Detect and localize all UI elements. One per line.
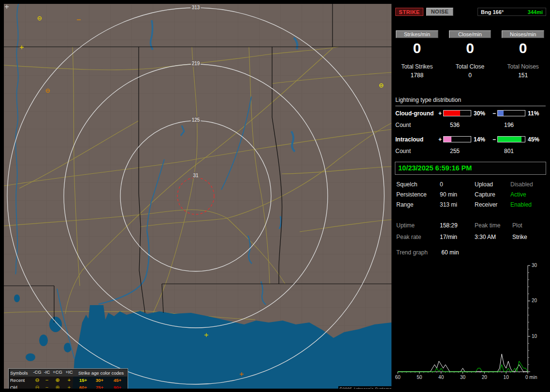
plot-label: Plot [512, 222, 546, 229]
neg-cg-recent-icon: ⊖ [32, 378, 42, 383]
age-45: 45+ [108, 378, 127, 383]
peak-rate-label: Peak rate [396, 234, 440, 240]
neg-cg-old-icon: ⊖ [32, 385, 42, 389]
cg-plus-pct: 30% [474, 110, 491, 117]
plot-value: Strike [512, 234, 546, 240]
total-values: 1788 0 151 [396, 72, 544, 79]
cg-minus-bar [497, 110, 525, 116]
peak-time-value: 3:30 AM [475, 234, 512, 240]
distribution-title: Lightning type distribution [395, 97, 546, 106]
svg-text:30: 30 [460, 375, 466, 380]
noise-mode-button[interactable]: NOISE [426, 8, 453, 16]
close-per-min-header[interactable]: Close/min [449, 30, 492, 38]
legend-col-nic: -IC [42, 369, 52, 377]
cg-plus-bar [443, 110, 471, 116]
total-close-value: 0 [449, 72, 492, 79]
copyright-label: ©2005 Astrogenic Systems [338, 386, 391, 389]
legend-col-pcg: +CG [52, 369, 63, 377]
persistence-value: 90 min [440, 191, 475, 198]
legend-row-old-label: Old [10, 385, 32, 389]
svg-text:40: 40 [438, 375, 444, 380]
capture-label: Capture [475, 191, 510, 198]
uptime-label: Uptime [396, 222, 440, 229]
age-75: 75+ [91, 385, 108, 389]
ring-label-125: 125 [192, 117, 200, 123]
squelch-label: Squelch [396, 181, 440, 188]
noises-per-min-value: 0 [502, 41, 544, 56]
count-label: Count [395, 122, 437, 128]
bearing-value: Bng 166° [481, 9, 504, 15]
distance-value: 344mi [528, 9, 543, 15]
pos-ic-recent-icon: + [63, 378, 75, 383]
svg-text:20: 20 [532, 298, 537, 303]
lightning-map[interactable]: 313 219 125 31 Symbols -CG -IC +CG +IC S… [4, 4, 391, 389]
intracloud-count-row: Count 255 801 [395, 147, 547, 154]
count-label: Count [395, 148, 437, 154]
ic-minus-pct: 45% [528, 136, 545, 143]
datetime-display: 10/23/2025 6:59:16 PM [395, 162, 546, 175]
svg-text:30: 30 [532, 263, 537, 268]
plus-sign: + [437, 136, 443, 143]
neg-ic-old-icon: − [42, 385, 52, 389]
trend-graph-caption: Trend graph 60 min [396, 249, 459, 256]
svg-text:10: 10 [532, 334, 537, 339]
age-90: 90+ [108, 385, 127, 389]
strike-mode-button[interactable]: STRIKE [395, 8, 423, 16]
total-noises-value: 151 [502, 72, 544, 79]
legend-age-title: Strike age color codes [75, 369, 127, 377]
total-strikes-label: Total Strikes [396, 63, 438, 70]
status-panel: STRIKE NOISE Bng 166° 344mi Strikes/min … [394, 4, 547, 389]
upload-label: Upload [475, 181, 510, 188]
ring-label-313: 313 [192, 5, 200, 10]
svg-text:20: 20 [482, 375, 488, 380]
total-close-label: Total Close [449, 63, 492, 70]
ic-minus-count: 801 [491, 148, 545, 154]
legend-symbols-label: Symbols [10, 369, 32, 377]
ic-minus-bar [497, 136, 525, 142]
trend-graph-label: Trend graph [396, 249, 440, 256]
peak-rate-value: 17/min [440, 234, 475, 240]
svg-text:60: 60 [395, 375, 401, 380]
bearing-readout: Bng 166° 344mi [478, 8, 546, 16]
cloud-ground-count-row: Count 536 196 [395, 121, 547, 128]
receiver-label: Receiver [475, 201, 510, 208]
ic-plus-pct: 14% [474, 136, 491, 143]
map-canvas[interactable]: 313 219 125 31 [4, 4, 391, 389]
close-per-min-value: 0 [449, 41, 492, 56]
intracloud-row: Intracloud + 14% − 45% [395, 136, 547, 143]
age-15: 15+ [75, 378, 91, 383]
legend-row-recent-label: Recent [10, 378, 32, 383]
ic-plus-count: 255 [437, 148, 491, 154]
receiver-value: Enabled [510, 201, 549, 208]
trend-window-value: 60 min [441, 249, 459, 256]
legend-col-pic: +IC [63, 369, 75, 377]
strikes-per-min-header[interactable]: Strikes/min [396, 30, 438, 38]
session-stats-grid: Uptime 158:29 Peak time Plot Peak rate 1… [396, 222, 547, 240]
ic-plus-bar [443, 136, 471, 142]
ring-label-219: 219 [192, 61, 200, 66]
minus-sign: − [491, 110, 497, 117]
minus-sign: − [491, 136, 497, 143]
noises-per-min-header[interactable]: Noises/min [502, 30, 544, 38]
receiver-status-grid: Squelch 0 Upload Disabled Persistence 90… [396, 181, 547, 208]
peak-time-label: Peak time [475, 222, 512, 229]
cloud-ground-label: Cloud-ground [395, 110, 437, 117]
pos-cg-recent-icon: ⊕ [52, 378, 63, 383]
age-60: 60+ [75, 385, 91, 389]
svg-text:10: 10 [504, 375, 509, 380]
plus-sign: + [437, 110, 443, 117]
svg-text:50: 50 [417, 375, 422, 380]
age-30: 30+ [91, 378, 108, 383]
persistence-label: Persistence [396, 191, 440, 198]
intracloud-label: Intracloud [395, 136, 437, 143]
uptime-value: 158:29 [440, 222, 475, 229]
cg-minus-pct: 11% [528, 110, 545, 117]
cloud-ground-row: Cloud-ground + 30% − 11% [395, 110, 547, 117]
strikes-per-min-value: 0 [396, 41, 438, 56]
total-strikes-value: 1788 [396, 72, 438, 79]
upload-value: Disabled [510, 181, 549, 188]
trend-series-noises [398, 361, 528, 372]
capture-value: Active [510, 191, 549, 198]
legend-col-ncg: -CG [32, 369, 42, 377]
pos-cg-old-icon: ⊕ [52, 385, 63, 389]
